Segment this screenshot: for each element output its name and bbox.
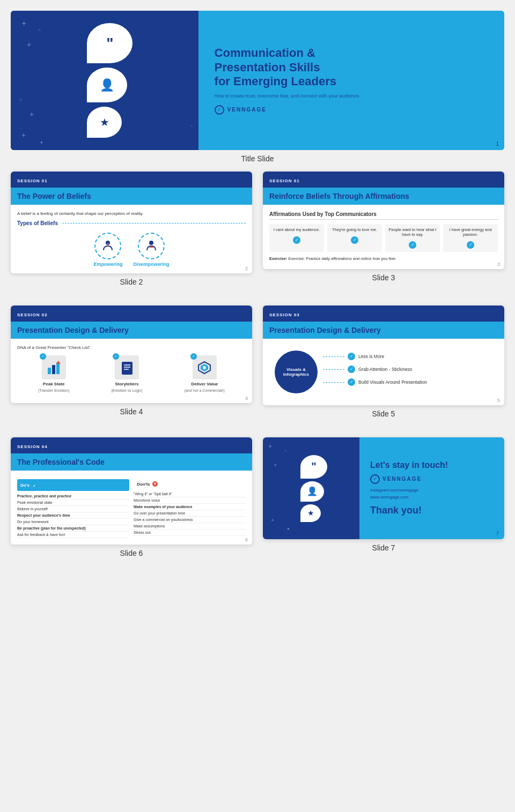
slide2-body: A belief is a feeling of certainty that …	[11, 205, 252, 273]
presenter-label-2: Storytellers	[115, 382, 138, 386]
presenter-icon-2	[115, 355, 139, 379]
affirmations-grid: I care about my audience. ✓ They're goin…	[269, 224, 498, 252]
check-icon-2: ✓	[351, 236, 358, 244]
donts-x-icon: ✕	[152, 481, 158, 487]
title-slide-wrapper: + ○ + ○ + ○ + ● " 👤	[11, 0, 504, 163]
slide6-body: Do's ✓ Practice, practice and practice P…	[11, 471, 252, 545]
slide2-label: Slide 2	[120, 278, 143, 286]
visuals-line-3: ✓ Build Visuals Around Presentation	[323, 378, 492, 386]
svg-point-2	[149, 241, 153, 245]
page-container: + ○ + ○ + ○ + ● " 👤	[0, 0, 515, 582]
slide5-body: Visuals & Infographics ✓ Less is More ✓ …	[263, 339, 504, 405]
slide3-header: SESSION 01	[263, 172, 504, 188]
visuals-text-3: Build Visuals Around Presentation	[358, 379, 427, 385]
affirmation-4: I have great energy and passion. ✓	[443, 224, 498, 252]
speech-bubble-quote: "	[87, 23, 133, 63]
dot-line-1	[323, 356, 344, 357]
slide2: SESSION 01 The Power of Beliefs A belief…	[11, 172, 252, 273]
donts-item-5: Give a commercial on you/business	[134, 517, 246, 523]
slide4-dna-text: DNA of a Great Presenter "Check List".	[17, 345, 246, 350]
donts-item-3: Make examples of your audience	[134, 504, 246, 510]
affirmation-1: I care about my audience. ✓	[269, 224, 324, 252]
slide5-wrapper: SESSION 03 Presentation Design & Deliver…	[263, 306, 504, 427]
presenter-sublabel-3: (and not a Commercial!)	[185, 389, 225, 392]
visuals-lines: ✓ Less is More ✓ Grab Attention - Sticki…	[318, 353, 492, 391]
title-slide-number: 1	[496, 141, 499, 147]
thankyou-left: + ○ + + ● " 👤	[263, 437, 359, 539]
presenter-items: ✓ Peak State	[17, 355, 246, 392]
slide7: + ○ + + ● " 👤	[263, 437, 504, 539]
venngage-logo-text: VENNGAGE	[227, 107, 267, 113]
slide4-number: 4	[245, 396, 248, 401]
venngage-logo-icon: ✓	[215, 105, 224, 115]
slide2-body-text: A belief is a feeling of certainty that …	[17, 211, 246, 216]
donts-item-2: Monotone voice	[134, 497, 246, 504]
dos-item-1: Practice, practice and practice	[17, 493, 129, 500]
check-icon-4: ✓	[467, 241, 474, 249]
title-slide-right: Communication & Presentation Skills for …	[198, 11, 504, 150]
dos-item-7: Ask for feedback & have fun!	[17, 532, 129, 538]
presenter-icon-wrap-2: ✓	[115, 355, 139, 379]
slide3-label: Slide 3	[372, 273, 395, 282]
thankyou-slide: + ○ + + ● " 👤	[263, 437, 504, 539]
slide3-title-bar: Reinforce Beliefs Through Affirmations	[263, 188, 504, 205]
visuals-circle: Visuals & Infographics	[275, 351, 318, 393]
donts-item-4: Go over your presentation time	[134, 510, 246, 517]
dos-item-5: Do your homework	[17, 519, 129, 525]
disempowering-item: Disempowering	[134, 233, 170, 267]
disempowering-icon	[138, 233, 165, 259]
presenter-item-3: ✓ Deliver Value (and n	[185, 355, 225, 392]
dos-item-6: Be proactive (plan for the unexpected)	[17, 525, 129, 532]
empowering-label: Empowering	[93, 262, 122, 267]
slide3-title: Reinforce Beliefs Through Affirmations	[269, 192, 498, 200]
slide7-label: Slide 7	[372, 543, 395, 552]
slide3-session: SESSION 01	[269, 178, 300, 183]
slide3-number: 3	[497, 262, 500, 267]
visuals-text-1: Less is More	[358, 354, 384, 359]
exercise-text: Exercise: Exercise: Practice daily affir…	[269, 256, 498, 261]
dos-item-3: Believe in yourself	[17, 506, 129, 512]
types-label: Types of Beliefs	[17, 220, 58, 226]
slide4-title-bar: Presentation Design & Delivery	[11, 322, 252, 339]
slide5-header: SESSION 03	[263, 306, 504, 322]
slide5-label: Slide 5	[372, 409, 395, 418]
slide7-wrapper: + ○ + + ● " 👤	[263, 437, 504, 566]
slide5: SESSION 03 Presentation Design & Deliver…	[263, 306, 504, 405]
presenter-label-1: Peak State	[43, 382, 64, 386]
presenter-label-3: Deliver Value	[191, 382, 218, 386]
dot-line-3	[323, 382, 344, 383]
slide7-number: 7	[496, 531, 499, 536]
slide2-number: 2	[245, 266, 248, 271]
empowering-icon	[94, 233, 121, 259]
affirmation-2: They're going to love me. ✓	[327, 224, 382, 252]
presenter-icon-3	[193, 355, 217, 379]
slide2-header: SESSION 01	[11, 172, 252, 188]
donts-header: Don'ts ✕	[134, 479, 246, 489]
visuals-check-3: ✓	[348, 378, 355, 386]
visuals-check-2: ✓	[348, 366, 355, 373]
visuals-check-1: ✓	[348, 353, 355, 360]
svg-rect-4	[48, 368, 51, 374]
donts-item-1: "Wing it" or "Spit ball it"	[134, 491, 246, 497]
svg-rect-6	[56, 362, 60, 374]
slide2-title: The Power of Beliefs	[17, 192, 246, 200]
dos-item-2: Peak emotional state	[17, 500, 129, 506]
venngage-logo: ✓ VENNGAGE	[215, 105, 488, 115]
visuals-container: Visuals & Infographics ✓ Less is More ✓ …	[269, 345, 498, 399]
donts-col: Don'ts ✕ "Wing it" or "Spit ball it" Mon…	[134, 479, 246, 538]
title-slide-label: Title Slide	[11, 154, 504, 163]
dos-header: Do's ✓	[17, 479, 129, 491]
svg-rect-8	[122, 362, 133, 375]
title-main-heading: Communication & Presentation Skills for …	[215, 46, 488, 88]
presenter-item-1: ✓ Peak State	[38, 355, 69, 392]
slide5-title-bar: Presentation Design & Delivery	[263, 322, 504, 339]
presenter-check-2: ✓	[113, 353, 119, 360]
presenter-check-1: ✓	[40, 353, 46, 360]
slide6-wrapper: SESSION 04 The Professional's Code Do's …	[11, 437, 252, 566]
slide6: SESSION 04 The Professional's Code Do's …	[11, 437, 252, 545]
types-of-beliefs: Types of Beliefs	[17, 220, 246, 226]
visuals-text-2: Grab Attention - Stickiness	[358, 367, 412, 372]
presenter-check-3: ✓	[190, 353, 197, 360]
presenter-sublabel-2: (Emotion vs Logic)	[112, 389, 143, 392]
slide6-title-bar: The Professional's Code	[11, 453, 252, 471]
